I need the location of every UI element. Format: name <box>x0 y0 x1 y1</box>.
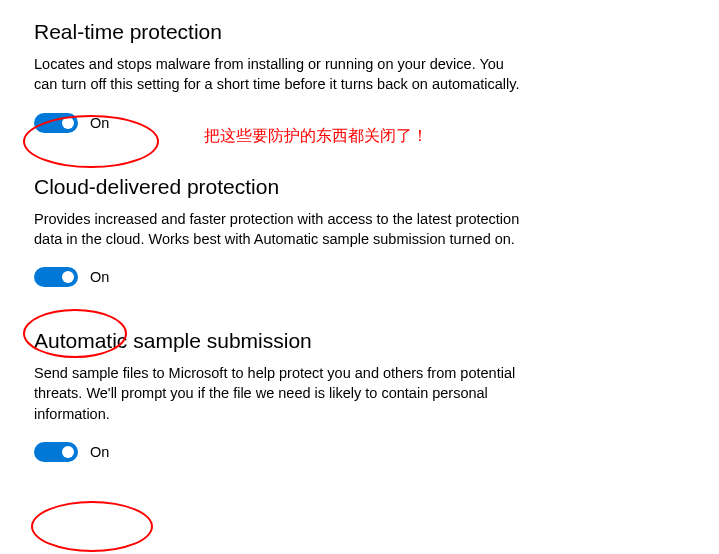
realtime-description: Locates and stops malware from installin… <box>34 54 524 95</box>
sample-title: Automatic sample submission <box>34 329 526 353</box>
section-sample: Automatic sample submission Send sample … <box>34 329 526 462</box>
sample-toggle-label: On <box>90 444 109 460</box>
toggle-knob <box>62 271 74 283</box>
realtime-title: Real-time protection <box>34 20 526 44</box>
cloud-toggle-row: On <box>34 267 526 287</box>
sample-toggle-row: On <box>34 442 526 462</box>
cloud-toggle[interactable] <box>34 267 78 287</box>
sample-toggle[interactable] <box>34 442 78 462</box>
toggle-knob <box>62 446 74 458</box>
sample-description: Send sample files to Microsoft to help p… <box>34 363 524 424</box>
annotation-ellipse-3 <box>31 501 153 552</box>
realtime-toggle-label: On <box>90 115 109 131</box>
settings-content: Real-time protection Locates and stops m… <box>0 0 560 462</box>
cloud-toggle-label: On <box>90 269 109 285</box>
section-realtime: Real-time protection Locates and stops m… <box>34 20 526 133</box>
realtime-toggle-row: On <box>34 113 526 133</box>
cloud-title: Cloud-delivered protection <box>34 175 526 199</box>
toggle-knob <box>62 117 74 129</box>
section-cloud: Cloud-delivered protection Provides incr… <box>34 175 526 288</box>
realtime-toggle[interactable] <box>34 113 78 133</box>
cloud-description: Provides increased and faster protection… <box>34 209 524 250</box>
